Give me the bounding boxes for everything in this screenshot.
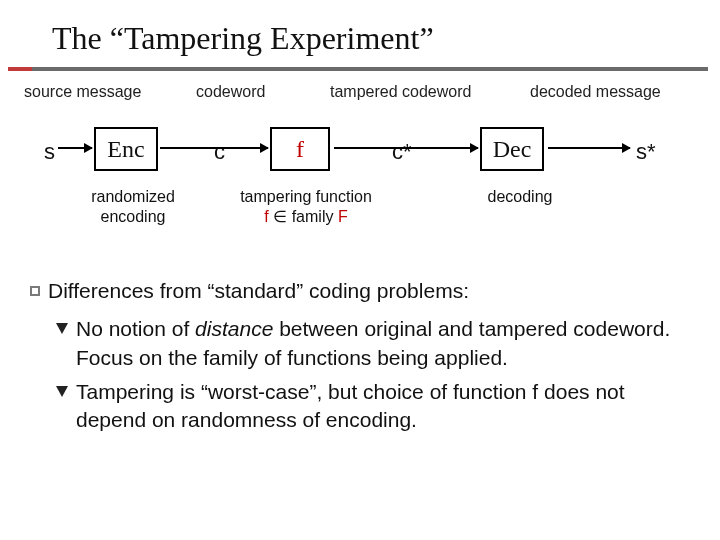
sym-cstar: c* bbox=[392, 139, 412, 165]
sym-c: c bbox=[214, 139, 225, 165]
box-dec: Dec bbox=[480, 127, 544, 171]
arrow-s-enc bbox=[58, 147, 92, 149]
diagram: source message codeword tampered codewor… bbox=[0, 77, 720, 277]
hdr-codeword: codeword bbox=[196, 83, 265, 101]
body: Differences from “standard” coding probl… bbox=[0, 277, 720, 435]
sub-enc-l2: encoding bbox=[101, 208, 166, 225]
title-rule bbox=[0, 67, 720, 71]
sub-f-l2c: F bbox=[338, 208, 348, 225]
bullet-p2: Tampering is “worst-case”, but choice of… bbox=[56, 378, 682, 435]
sub-enc-l1: randomized bbox=[91, 188, 175, 205]
arrow-enc-f bbox=[160, 147, 268, 149]
hdr-tampered: tampered codeword bbox=[330, 83, 471, 101]
box-enc: Enc bbox=[94, 127, 158, 171]
sym-sstar: s* bbox=[636, 139, 656, 165]
slide-title: The “Tampering Experiment” bbox=[0, 0, 720, 67]
sub-f-l2b: ∈ family bbox=[269, 208, 338, 225]
sub-f: tampering function f ∈ family F bbox=[226, 187, 386, 227]
bullet-triangle-icon bbox=[56, 323, 68, 334]
bullet-square-icon bbox=[30, 286, 40, 296]
bullet-p1-text: No notion of distance between original a… bbox=[76, 315, 682, 372]
sym-s: s bbox=[44, 139, 55, 165]
bullet-p2-text: Tampering is “worst-case”, but choice of… bbox=[76, 378, 682, 435]
hdr-decoded: decoded message bbox=[530, 83, 661, 101]
arrow-f-dec bbox=[334, 147, 478, 149]
bullet-triangle-icon bbox=[56, 386, 68, 397]
hdr-source: source message bbox=[24, 83, 141, 101]
bullet-p1: No notion of distance between original a… bbox=[56, 315, 682, 372]
box-f: f bbox=[270, 127, 330, 171]
bullet-diff: Differences from “standard” coding probl… bbox=[30, 277, 682, 305]
sub-enc: randomized encoding bbox=[78, 187, 188, 227]
sub-dec: decoding bbox=[480, 187, 560, 207]
arrow-dec-s bbox=[548, 147, 630, 149]
sub-f-l1: tampering function bbox=[240, 188, 372, 205]
bullet-diff-text: Differences from “standard” coding probl… bbox=[48, 277, 469, 305]
